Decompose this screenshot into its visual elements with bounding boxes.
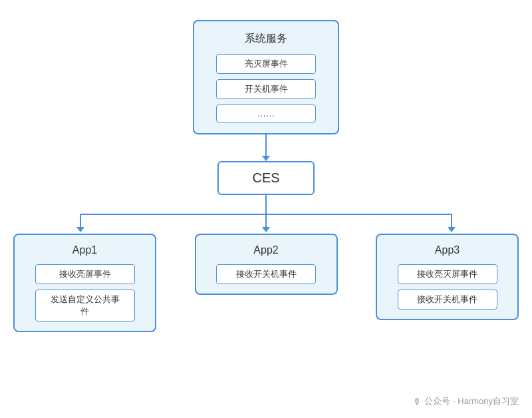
- event-item-power: 开关机事件: [216, 79, 316, 99]
- watermark: 🎙 公众号 · Harmony自习室: [413, 395, 519, 407]
- wechat-icon: 🎙: [413, 397, 422, 407]
- arrow-system-to-ces: [262, 134, 270, 161]
- app1-event-0: 接收亮屏事件: [35, 264, 135, 284]
- watermark-text: 公众号 · Harmony自习室: [424, 395, 519, 407]
- center-arrow-head: [262, 227, 270, 232]
- ces-box: CES: [217, 161, 314, 195]
- app2-title: App2: [253, 244, 278, 256]
- right-stub: [451, 214, 452, 228]
- arrow-line: [265, 134, 267, 156]
- horizontal-connector: [80, 214, 452, 215]
- branch-section: [13, 195, 519, 215]
- system-service-title: 系统服务: [245, 32, 287, 46]
- app3-title: App3: [435, 244, 460, 256]
- app2-event-0: 接收开关机事件: [216, 264, 316, 284]
- ces-label: CES: [252, 170, 279, 185]
- app2-box: App2 接收开关机事件: [195, 234, 338, 295]
- event-item-bright-screen: 亮灭屏事件: [216, 54, 316, 74]
- right-arrow-head: [448, 227, 456, 232]
- app3-box: App3 接收亮灭屏事件 接收开关机事件: [376, 234, 519, 320]
- system-service-box: 系统服务 亮灭屏事件 开关机事件 ……: [193, 20, 339, 134]
- apps-row: App1 接收亮屏事件 发送自定义公共事件 App2 接收开关机事件 App3 …: [13, 234, 519, 332]
- app1-title: App1: [72, 244, 97, 256]
- center-stub: [265, 214, 267, 228]
- app3-event-0: 接收亮灭屏事件: [398, 264, 497, 284]
- left-stub: [80, 214, 81, 228]
- event-item-more: ……: [216, 104, 316, 122]
- app1-event-1: 发送自定义公共事件: [35, 290, 135, 321]
- arrow-head: [262, 156, 270, 161]
- vertical-from-ces: [265, 195, 267, 214]
- left-arrow-head: [76, 227, 84, 232]
- diagram-container: 系统服务 亮灭屏事件 开关机事件 …… CES Ap: [0, 0, 532, 418]
- app1-box: App1 接收亮屏事件 发送自定义公共事件: [13, 234, 156, 332]
- app3-event-1: 接收开关机事件: [398, 290, 497, 310]
